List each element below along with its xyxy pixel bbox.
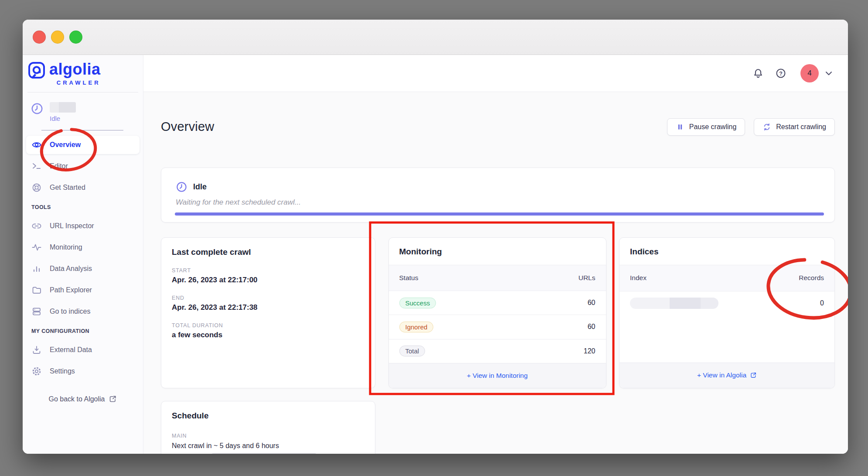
terminal-icon (31, 161, 42, 171)
start-value: Apr. 26, 2023 at 22:17:00 (172, 276, 364, 284)
sidebar-nav: Overview Editor Get Started TOOLS URL In… (23, 136, 143, 380)
status-column-header: Status (399, 274, 419, 282)
monitoring-card: Monitoring Status URLs Success 60 Ignore… (388, 237, 606, 388)
pulse-icon (31, 242, 42, 253)
pause-button-label: Pause crawling (689, 123, 737, 131)
sidebar-item-editor[interactable]: Editor (26, 157, 140, 175)
main-schedule-label: MAIN (172, 433, 364, 439)
download-icon (31, 345, 42, 355)
sidebar-item-get-started[interactable]: Get Started (26, 178, 140, 197)
link-icon (31, 221, 42, 231)
bar-chart-icon (31, 264, 42, 274)
page-title: Overview (161, 120, 214, 134)
zoom-button[interactable] (69, 31, 82, 44)
app-window: algolia CRAWLER Idle Overview (23, 20, 848, 454)
restart-button-label: Restart crawling (776, 123, 826, 131)
lifering-icon (31, 182, 42, 193)
start-label: START (172, 267, 364, 274)
status-badge-ignored: Ignored (399, 322, 434, 332)
help-icon[interactable] (775, 68, 786, 79)
content: Overview Pause crawling Restart crawling (143, 92, 848, 454)
urls-count: 60 (588, 323, 596, 331)
table-row: Ignored 60 (389, 315, 606, 339)
urls-count: 120 (584, 347, 596, 355)
logo-text: algolia (49, 61, 101, 78)
refresh-icon (762, 123, 771, 131)
avatar-count: 4 (807, 69, 811, 78)
view-in-algolia-link[interactable]: + View in Algolia (620, 363, 834, 388)
next-crawl-value: Next crawl in ~ 5 days and 6 hours (172, 442, 364, 450)
sidebar-item-external-data[interactable]: External Data (26, 341, 140, 359)
schedule-input[interactable] (210, 453, 318, 454)
sidebar-section-tools: TOOLS (31, 204, 143, 210)
restart-crawling-button[interactable]: Restart crawling (754, 118, 835, 136)
sidebar-item-label: Editor (50, 162, 68, 170)
algolia-logo-icon (27, 61, 46, 80)
sidebar-item-go-to-indices[interactable]: Go to indices (26, 302, 140, 321)
eye-icon (31, 140, 42, 150)
sidebar-item-overview[interactable]: Overview (26, 136, 140, 154)
divider (41, 130, 123, 130)
status-badge-success: Success (399, 298, 436, 308)
urls-count: 60 (588, 299, 596, 307)
card-title: Indices (620, 238, 834, 265)
crawler-selector[interactable]: Idle (23, 92, 143, 122)
clock-icon (176, 181, 187, 193)
view-in-monitoring-link[interactable]: + View in Monitoring (389, 363, 606, 388)
notifications-bell-icon[interactable] (752, 68, 764, 79)
indices-card: Indices Index Records 0 + View in Algoli… (619, 237, 835, 388)
card-title: Schedule (172, 411, 364, 421)
sidebar-item-data-analysis[interactable]: Data Analysis (26, 260, 140, 278)
sidebar-item-url-inspector[interactable]: URL Inspector (26, 217, 140, 235)
logo: algolia CRAWLER (23, 55, 143, 86)
crawl-progress-bar (175, 212, 824, 216)
pause-crawling-button[interactable]: Pause crawling (667, 118, 745, 136)
table-header: Index Records (620, 265, 834, 291)
crawler-status-label: Idle (50, 115, 76, 122)
redacted-crawler-name (50, 102, 76, 113)
crawler-status-message: Waiting for the next scheduled crawl... (176, 198, 824, 207)
redacted-index-name (630, 298, 718, 309)
sidebar-item-label: Overview (50, 141, 81, 149)
sidebar-item-label: Get Started (50, 184, 85, 192)
logo-subtitle: CRAWLER (49, 79, 101, 86)
sidebar-item-label: Data Analysis (50, 265, 92, 273)
clock-icon (31, 102, 44, 122)
close-button[interactable] (33, 31, 46, 44)
records-column-header: Records (799, 274, 824, 282)
records-count: 0 (820, 299, 824, 307)
pause-icon (676, 123, 684, 131)
gear-icon (31, 366, 42, 377)
urls-column-header: URLs (579, 274, 596, 282)
total-duration-value: a few seconds (172, 331, 364, 339)
total-duration-label: TOTAL DURATION (172, 322, 364, 329)
sidebar-item-label: Path Explorer (50, 286, 92, 294)
table-row: Success 60 (389, 291, 606, 315)
minimize-button[interactable] (51, 31, 64, 44)
sidebar-item-label: Monitoring (50, 243, 82, 251)
sidebar-item-label: Go to indices (50, 308, 90, 315)
table-row: 0 (620, 291, 834, 315)
crawler-status: Idle (193, 182, 207, 192)
sidebar-item-label: URL Inspector (50, 222, 94, 230)
titlebar (23, 20, 848, 55)
sidebar-item-monitoring[interactable]: Monitoring (26, 238, 140, 257)
avatar[interactable]: 4 (800, 64, 819, 82)
table-row: Total 120 (389, 339, 606, 363)
table-header: Status URLs (389, 265, 606, 291)
sidebar-item-settings[interactable]: Settings (26, 362, 140, 380)
schedule-card: Schedule MAIN Next crawl in ~ 5 days and… (161, 401, 375, 454)
go-back-label: Go back to Algolia (49, 395, 105, 403)
sidebar-item-label: External Data (50, 346, 92, 354)
topbar: 4 (143, 55, 848, 92)
go-back-to-algolia-link[interactable]: Go back to Algolia (23, 395, 143, 403)
card-title: Last complete crawl (172, 247, 364, 257)
index-column-header: Index (630, 274, 647, 282)
crawler-status-card: Idle Waiting for the next scheduled craw… (161, 168, 835, 223)
card-title: Monitoring (389, 238, 606, 265)
folder-icon (31, 285, 42, 295)
chevron-down-icon[interactable] (824, 68, 834, 78)
status-badge-total: Total (399, 346, 425, 356)
sidebar-item-label: Settings (50, 367, 75, 375)
sidebar-item-path-explorer[interactable]: Path Explorer (26, 281, 140, 299)
